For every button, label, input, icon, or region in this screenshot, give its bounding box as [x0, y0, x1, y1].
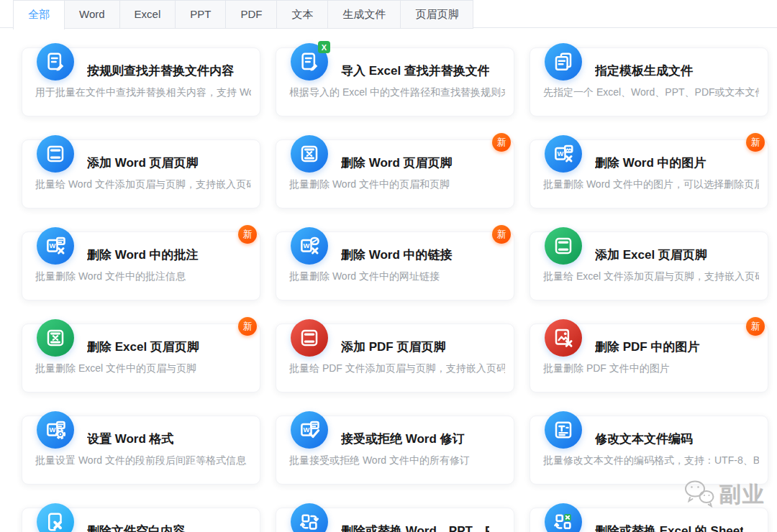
- new-badge: 新: [746, 317, 765, 336]
- tool-card-remove-excel-header-footer[interactable]: 删除 Excel 页眉页脚批量删除 Excel 文件中的页眉与页脚新: [22, 324, 260, 393]
- tool-card-add-excel-header-footer[interactable]: 添加 Excel 页眉页脚批量给 Excel 文件添加页眉与页脚，支持嵌入页码: [530, 231, 768, 301]
- tab-text[interactable]: 文本: [277, 0, 328, 29]
- word-format-icon: W: [37, 411, 74, 449]
- tool-card-title: 删除 Word 中的图片: [595, 155, 743, 171]
- tool-card-find-replace[interactable]: 按规则查找并替换文件内容用于批量在文件中查找并替换相关内容，支持 Wor: [22, 47, 260, 116]
- tool-card-grid: 按规则查找并替换文件内容用于批量在文件中查找并替换相关内容，支持 WorX导入 …: [22, 47, 768, 532]
- pdf-image-x-icon: [545, 319, 582, 357]
- tool-card-remove-blank-content[interactable]: 删除文件空白内容: [22, 508, 260, 532]
- tool-card-title: 添加 Word 页眉页脚: [87, 155, 235, 171]
- tool-card-desc: 批量删除 Word 文件中的图片，可以选择删除页眉: [543, 178, 759, 191]
- svg-text:W: W: [303, 242, 309, 249]
- tab-all[interactable]: 全部: [13, 0, 65, 29]
- tool-card-desc: 批量修改文本文件的编码格式，支持：UTF-8、BIG: [543, 454, 759, 467]
- word-image-x-icon: W: [545, 135, 582, 173]
- tool-card-desc: 用于批量在文件中查找并替换相关内容，支持 Wor: [35, 86, 251, 99]
- tool-card-excel-find-replace[interactable]: X导入 Excel 查找并替换文件内容根据导入的 Excel 中的文件路径和查找…: [276, 47, 514, 116]
- new-badge: 新: [492, 133, 511, 152]
- swap-replace-icon: [291, 503, 328, 532]
- tool-card-title: 删除 Word 页眉页脚: [341, 155, 489, 171]
- text-encoding-icon: [545, 411, 582, 449]
- tool-card-desc: 批量删除 Word 文件中的网址链接: [289, 270, 505, 283]
- svg-text:W: W: [49, 242, 55, 249]
- header-footer-icon: [291, 319, 328, 357]
- svg-text:W: W: [49, 426, 55, 434]
- tool-card-title: 设置 Word 格式: [87, 431, 235, 447]
- tab-generate-file[interactable]: 生成文件: [328, 0, 401, 29]
- tool-card-desc: 批量删除 Word 文件中的页眉和页脚: [289, 178, 505, 191]
- svg-text:W: W: [557, 150, 563, 157]
- tool-card-title: 删除文件空白内容: [87, 523, 235, 532]
- tool-card-title: 删除或替换 Excel 的 Sheet: [595, 523, 743, 532]
- word-link-x-icon: W: [291, 227, 328, 265]
- category-tabs: 全部WordExcelPPTPDF文本生成文件页眉页脚: [13, 0, 473, 29]
- tool-card-template-generate[interactable]: 指定模板生成文件先指定一个 Excel、Word、PPT、PDF或文本文件作: [530, 47, 768, 116]
- tool-card-desc: 批量删除 PDF 文件中的图片: [543, 362, 759, 375]
- tool-card-title: 删除 Excel 页眉页脚: [87, 339, 235, 355]
- header-footer-icon: [545, 227, 582, 265]
- tool-card-desc: 根据导入的 Excel 中的文件路径和查找替换规则来批: [289, 86, 505, 99]
- svg-text:W: W: [303, 426, 309, 434]
- header-x-icon: [291, 135, 328, 173]
- blank-content-icon: [37, 503, 74, 532]
- excel-x-subbadge: X: [318, 41, 330, 53]
- tool-card-title: 删除 PDF 中的图片: [595, 339, 743, 355]
- header-x-icon: [37, 319, 74, 357]
- new-badge: 新: [746, 133, 765, 152]
- word-comment-x-icon: W: [37, 227, 74, 265]
- tool-card-remove-word-links[interactable]: W删除 Word 中的链接批量删除 Word 文件中的网址链接新: [276, 231, 514, 301]
- tool-card-title: 添加 Excel 页眉页脚: [595, 247, 743, 263]
- tool-card-desc: 先指定一个 Excel、Word、PPT、PDF或文本文件作: [543, 86, 759, 99]
- category-tabbar: 全部WordExcelPPTPDF文本生成文件页眉页脚: [0, 0, 777, 29]
- tool-card-title: 删除 Word 中的批注: [87, 247, 235, 263]
- template-generate-icon: [545, 43, 582, 81]
- tool-card-title: 按规则查找并替换文件内容: [87, 63, 235, 79]
- word-revision-icon: W: [291, 411, 328, 449]
- tab-excel[interactable]: Excel: [120, 0, 176, 29]
- tool-card-title: 删除 Word 中的链接: [341, 247, 489, 263]
- tool-card-title: 添加 PDF 页眉页脚: [341, 339, 489, 355]
- tool-card-desc: 批量接受或拒绝 Word 文件中的所有修订: [289, 454, 505, 467]
- tool-card-desc: 批量给 Word 文件添加页眉与页脚，支持嵌入页码: [35, 178, 251, 191]
- header-footer-icon: [37, 135, 74, 173]
- tool-card-remove-word-header-footer[interactable]: 删除 Word 页眉页脚批量删除 Word 文件中的页眉和页脚新: [276, 139, 514, 208]
- new-badge: 新: [238, 225, 257, 244]
- tool-card-title: 指定模板生成文件: [595, 63, 743, 79]
- tool-card-title: 导入 Excel 查找并替换文件内容: [341, 63, 489, 79]
- tool-card-replace-word-ppt-pdf[interactable]: 删除或替换 Word、PPT、PDF: [276, 508, 514, 532]
- tool-card-desc: 批量给 Excel 文件添加页眉与页脚，支持嵌入页码: [543, 270, 759, 283]
- tool-card-desc: 批量给 PDF 文件添加页眉与页脚，支持嵌入页码: [289, 362, 505, 375]
- tool-card-desc: 批量删除 Word 文件中的批注信息: [35, 270, 251, 283]
- tool-card-title: 修改文本文件编码: [595, 431, 743, 447]
- tool-card-title: 接受或拒绝 Word 修订: [341, 431, 489, 447]
- tool-card-remove-word-images[interactable]: W删除 Word 中的图片批量删除 Word 文件中的图片，可以选择删除页眉新: [530, 139, 768, 208]
- excel-find-replace-icon: X: [291, 43, 328, 81]
- tool-card-text-encoding[interactable]: 修改文本文件编码批量修改文本文件的编码格式，支持：UTF-8、BIG: [530, 416, 768, 485]
- tool-card-desc: 批量设置 Word 文件的段前段后间距等格式信息: [35, 454, 251, 467]
- tool-card-add-word-header-footer[interactable]: 添加 Word 页眉页脚批量给 Word 文件添加页眉与页脚，支持嵌入页码: [22, 139, 260, 208]
- new-badge: 新: [492, 225, 511, 244]
- tab-pdf[interactable]: PDF: [226, 0, 277, 29]
- new-badge: 新: [238, 317, 257, 336]
- find-replace-icon: [37, 43, 74, 81]
- tool-card-add-pdf-header-footer[interactable]: 添加 PDF 页眉页脚批量给 PDF 文件添加页眉与页脚，支持嵌入页码: [276, 324, 514, 393]
- tool-card-remove-word-comments[interactable]: W删除 Word 中的批注批量删除 Word 文件中的批注信息新: [22, 231, 260, 301]
- tool-card-set-word-format[interactable]: W设置 Word 格式批量设置 Word 文件的段前段后间距等格式信息: [22, 416, 260, 485]
- tab-word[interactable]: Word: [65, 0, 120, 29]
- tab-header-footer[interactable]: 页眉页脚: [401, 0, 473, 29]
- tool-card-title: 删除或替换 Word、PPT、PDF: [341, 523, 489, 532]
- tab-ppt[interactable]: PPT: [176, 0, 226, 29]
- tool-card-replace-excel-sheet[interactable]: 删除或替换 Excel 的 Sheet: [530, 508, 768, 532]
- tool-card-remove-pdf-images[interactable]: 删除 PDF 中的图片批量删除 PDF 文件中的图片新: [530, 324, 768, 393]
- tool-card-word-revisions[interactable]: W接受或拒绝 Word 修订批量接受或拒绝 Word 文件中的所有修订: [276, 416, 514, 485]
- excel-sheet-swap-icon: [545, 503, 582, 532]
- tool-card-desc: 批量删除 Excel 文件中的页眉与页脚: [35, 362, 251, 375]
